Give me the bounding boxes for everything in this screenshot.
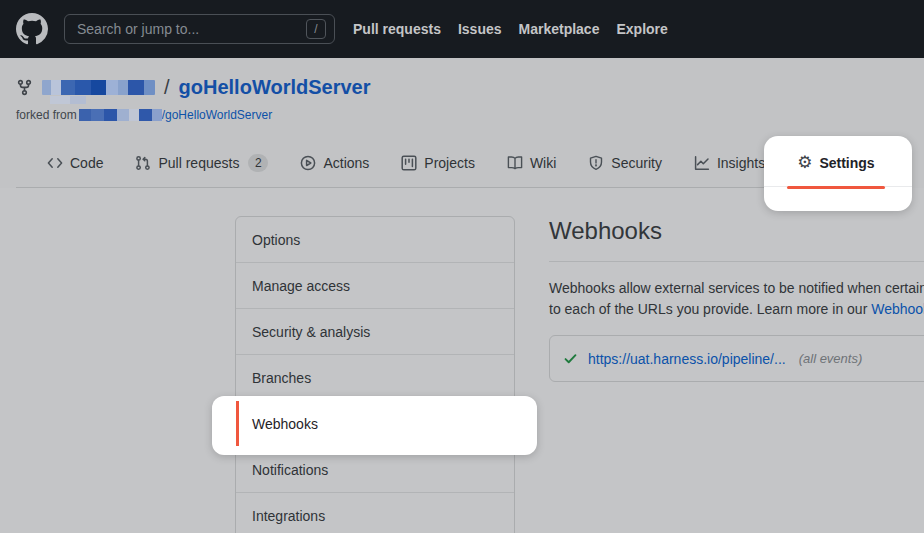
webhook-list-row: https://uat.harness.io/pipeline/... (all… [549, 335, 924, 382]
description-line-2-text: to each of the URLs you provide. Learn m… [549, 301, 871, 317]
webhooks-panel: Webhooks Webhooks allow external service… [549, 216, 924, 382]
projects-icon [401, 155, 417, 171]
fork-parent-repo-link[interactable]: /goHelloWorldServer [162, 108, 273, 122]
forked-from-row: forked from /goHelloWorldServer [16, 108, 908, 122]
repo-tab-bar: Code Pull requests 2 Actions Projects [16, 138, 908, 188]
sidebar-item-options-label: Options [252, 232, 300, 248]
sidebar-item-manage-access-label: Manage access [252, 278, 350, 294]
tab-code[interactable]: Code [36, 138, 114, 187]
sidebar-item-webhooks[interactable]: Webhooks [236, 401, 514, 447]
repo-forked-icon [16, 79, 33, 96]
sidebar-item-options[interactable]: Options [236, 217, 514, 263]
repo-owner-redacted[interactable] [42, 80, 155, 95]
active-item-indicator [236, 401, 239, 446]
sidebar-item-manage-access[interactable]: Manage access [236, 263, 514, 309]
tab-settings-label: Settings [819, 155, 874, 171]
search-input[interactable] [77, 21, 306, 37]
actions-play-icon [300, 155, 316, 171]
sidebar-item-branches-label: Branches [252, 370, 311, 386]
tab-settings[interactable]: ⚙ Settings [786, 138, 885, 187]
page-title: Webhooks [549, 216, 924, 246]
nav-marketplace[interactable]: Marketplace [519, 21, 600, 37]
security-shield-icon [588, 155, 604, 171]
tab-security[interactable]: Security [577, 138, 673, 187]
title-divider [549, 261, 924, 262]
nav-pull-requests[interactable]: Pull requests [353, 21, 441, 37]
tab-actions-label: Actions [323, 155, 369, 171]
pull-requests-count-badge: 2 [248, 154, 268, 172]
sidebar-item-webhooks-label: Webhooks [252, 416, 318, 432]
tab-insights[interactable]: Insights [683, 138, 776, 187]
sidebar-item-security-analysis[interactable]: Security & analysis [236, 309, 514, 355]
nav-explore[interactable]: Explore [616, 21, 667, 37]
slash-shortcut-key: / [306, 19, 326, 39]
header-nav: Pull requests Issues Marketplace Explore [353, 21, 668, 37]
repo-title-row: / goHelloWorldServer [16, 76, 908, 99]
check-icon [563, 351, 578, 366]
code-icon [47, 155, 63, 171]
tab-wiki[interactable]: Wiki [496, 138, 567, 187]
sidebar-item-security-analysis-label: Security & analysis [252, 324, 370, 340]
repo-header: / goHelloWorldServer forked from /goHell… [0, 58, 924, 188]
settings-gear-icon: ⚙ [797, 154, 812, 171]
webhooks-guide-link[interactable]: Webhooks Guide [871, 301, 924, 317]
sidebar-item-branches[interactable]: Branches [236, 355, 514, 401]
settings-sidebar: Options Manage access Security & analysi… [235, 216, 515, 533]
fork-parent-owner-redacted [79, 109, 162, 121]
forked-from-label: forked from [16, 108, 77, 122]
wiki-book-icon [507, 155, 523, 171]
webhooks-description: Webhooks allow external services to be n… [549, 278, 924, 320]
tab-projects[interactable]: Projects [390, 138, 486, 187]
github-logo-icon[interactable] [16, 13, 48, 45]
sidebar-item-notifications-label: Notifications [252, 462, 328, 478]
description-line-1: Webhooks allow external services to be n… [549, 280, 924, 296]
nav-issues[interactable]: Issues [458, 21, 502, 37]
sidebar-item-integrations-label: Integrations [252, 508, 325, 524]
webhook-url-link[interactable]: https://uat.harness.io/pipeline/... [588, 351, 786, 367]
insights-graph-icon [694, 155, 710, 171]
tab-pull-requests-label: Pull requests [158, 155, 239, 171]
tab-pull-requests[interactable]: Pull requests 2 [124, 138, 279, 187]
tab-insights-label: Insights [717, 155, 765, 171]
pull-request-icon [135, 155, 151, 171]
tab-actions[interactable]: Actions [289, 138, 380, 187]
tab-projects-label: Projects [424, 155, 475, 171]
repo-name-link[interactable]: goHelloWorldServer [179, 76, 371, 99]
webhook-events-scope: (all events) [799, 351, 863, 366]
search-box[interactable]: / [64, 14, 335, 44]
sidebar-item-integrations[interactable]: Integrations [236, 493, 514, 533]
settings-content: Options Manage access Security & analysi… [0, 188, 924, 533]
top-header: / Pull requests Issues Marketplace Explo… [0, 0, 924, 58]
tab-code-label: Code [70, 155, 103, 171]
active-tab-underline [787, 186, 884, 189]
tab-wiki-label: Wiki [530, 155, 556, 171]
description-line-2: to each of the URLs you provide. Learn m… [549, 301, 924, 317]
repo-separator: / [164, 76, 170, 99]
tab-security-label: Security [611, 155, 662, 171]
